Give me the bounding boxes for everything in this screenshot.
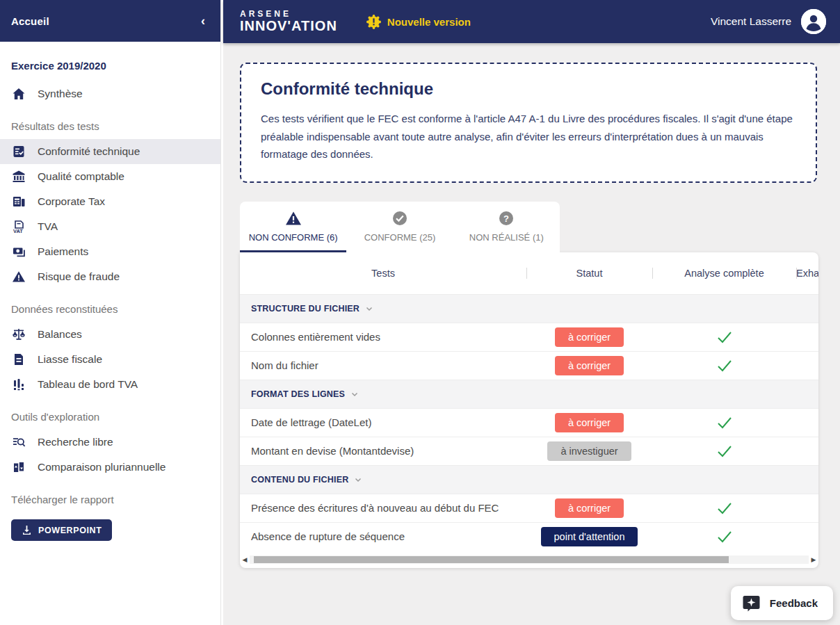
status-badge[interactable]: à corriger bbox=[555, 356, 624, 375]
page-description: Ces tests vérifient que le FEC est confo… bbox=[261, 110, 796, 163]
test-name: Date de lettrage (DateLet) bbox=[240, 416, 526, 428]
powerpoint-download-button[interactable]: POWERPOINT bbox=[11, 519, 112, 541]
table-row[interactable]: Présence des écritures d'à nouveau au dé… bbox=[240, 494, 818, 522]
scrollbar-thumb[interactable] bbox=[254, 556, 729, 563]
column-header-statut: Statut bbox=[526, 268, 652, 279]
group-label: STRUCTURE DU FICHIER bbox=[251, 304, 360, 314]
table-row[interactable]: Montant en devise (Montantdevise) à inve… bbox=[240, 437, 818, 465]
table-row[interactable]: Nom du fichier à corriger bbox=[240, 351, 818, 380]
column-header-analyse-complete: Analyse complète bbox=[652, 268, 796, 279]
status-tabs: NON CONFORME (6) CONFORME (25) ? NON RÉA… bbox=[240, 202, 560, 252]
new-version-label: Nouvelle version bbox=[387, 16, 471, 28]
tab-non-conforme[interactable]: NON CONFORME (6) bbox=[240, 202, 346, 252]
check-icon bbox=[717, 416, 732, 429]
sidebar-item-label: Qualité comptable bbox=[38, 170, 124, 183]
topbar-right: Vincent Lasserre bbox=[711, 9, 826, 34]
tests-table: Tests Statut Analyse complète Exha STRUC… bbox=[240, 252, 818, 568]
svg-text:VAT: VAT bbox=[13, 228, 23, 234]
arsene-innovation-logo[interactable]: ARSENE INNOV'ATION bbox=[240, 10, 337, 33]
sidebar-item-corporate-tax[interactable]: Corporate Tax bbox=[0, 189, 220, 214]
home-link[interactable]: Accueil bbox=[11, 15, 49, 27]
sidebar-item-label: Comparaison pluriannuelle bbox=[38, 461, 165, 473]
bar-chart-icon bbox=[11, 377, 26, 392]
sidebar-item-risque-de-fraude[interactable]: Risque de fraude bbox=[0, 264, 220, 289]
sidebar-item-label: Risque de fraude bbox=[38, 270, 120, 283]
check-icon bbox=[717, 502, 732, 514]
vat-document-icon: VAT bbox=[11, 219, 26, 234]
sidebar-item-synthese[interactable]: Synthèse bbox=[0, 81, 220, 106]
group-header-format-des-lignes[interactable]: FORMAT DES LIGNES bbox=[240, 380, 818, 408]
home-icon bbox=[11, 86, 26, 102]
group-header-structure-du-fichier[interactable]: STRUCTURE DU FICHIER bbox=[240, 294, 818, 323]
user-name: Vincent Lasserre bbox=[711, 15, 791, 28]
sidebar-item-label: Recherche libre bbox=[38, 436, 113, 448]
column-header-tests: Tests bbox=[240, 268, 526, 279]
sidebar-item-comparaison-pluriannuelle[interactable]: Comparaison pluriannuelle bbox=[0, 455, 220, 480]
chevron-left-icon[interactable]: ‹ bbox=[201, 15, 205, 27]
search-lines-icon bbox=[11, 435, 26, 450]
tab-label: NON RÉALISÉ (1) bbox=[458, 232, 556, 243]
sidebar-item-label: Balances bbox=[38, 328, 82, 341]
page-content: Conformité technique Ces tests vérifient… bbox=[223, 43, 840, 625]
question-circle-icon: ? bbox=[458, 210, 556, 227]
tab-non-realise[interactable]: ? NON RÉALISÉ (1) bbox=[453, 202, 560, 252]
status-badge[interactable]: point d'attention bbox=[541, 527, 638, 546]
user-avatar-icon[interactable] bbox=[801, 9, 826, 34]
sidebar-body: Exercice 2019/2020 Synthèse Résultats de… bbox=[0, 42, 220, 625]
banknote-icon bbox=[11, 244, 26, 259]
ledger-icon bbox=[11, 194, 26, 209]
feedback-label: Feedback bbox=[770, 597, 818, 609]
sidebar-item-qualite-comptable[interactable]: Qualité comptable bbox=[0, 164, 220, 189]
powerpoint-button-label: POWERPOINT bbox=[38, 526, 102, 535]
sidebar: Accueil ‹ Exercice 2019/2020 Synthèse Ré… bbox=[0, 0, 221, 625]
feedback-button[interactable]: Feedback bbox=[731, 586, 833, 620]
section-label-donnees: Données reconstituées bbox=[0, 289, 220, 322]
table-row[interactable]: Absence de rupture de séquence point d'a… bbox=[240, 522, 818, 551]
tab-conforme[interactable]: CONFORME (25) bbox=[346, 202, 453, 252]
exercise-label: Exercice 2019/2020 bbox=[0, 54, 220, 81]
horizontal-scrollbar[interactable]: ◀ ▶ bbox=[241, 553, 817, 566]
test-name: Colonnes entièrement vides bbox=[240, 331, 526, 343]
status-badge[interactable]: à corriger bbox=[555, 327, 624, 347]
group-header-contenu-du-fichier[interactable]: CONTENU DU FICHIER bbox=[240, 465, 818, 494]
sidebar-item-label: TVA bbox=[38, 220, 58, 233]
status-badge[interactable]: à corriger bbox=[555, 413, 624, 432]
tab-label: NON CONFORME (6) bbox=[244, 232, 342, 243]
check-icon bbox=[717, 359, 732, 372]
sidebar-item-tva[interactable]: VAT TVA bbox=[0, 214, 220, 239]
check-icon bbox=[717, 445, 732, 457]
sidebar-header: Accueil ‹ bbox=[0, 0, 220, 42]
bank-icon bbox=[11, 169, 26, 184]
status-badge[interactable]: à investiguer bbox=[547, 441, 631, 461]
group-label: CONTENU DU FICHIER bbox=[251, 475, 348, 485]
section-label-telecharger: Télécharger le rapport bbox=[0, 480, 220, 512]
test-name: Montant en devise (Montantdevise) bbox=[240, 445, 526, 457]
status-badge[interactable]: à corriger bbox=[555, 498, 624, 518]
svg-text:?: ? bbox=[503, 213, 509, 224]
section-label-resultats: Résultats des tests bbox=[0, 106, 220, 139]
checklist-icon bbox=[11, 144, 26, 159]
tab-label: CONFORME (25) bbox=[350, 232, 449, 243]
logo-line2: INNOV'ATION bbox=[240, 19, 337, 33]
sparkle-bubble-icon bbox=[742, 594, 761, 612]
sidebar-item-label: Conformité technique bbox=[38, 145, 140, 158]
table-row[interactable]: Colonnes entièrement vides à corriger bbox=[240, 323, 818, 351]
sidebar-item-liasse-fiscale[interactable]: Liasse fiscale bbox=[0, 347, 220, 372]
sidebar-item-tableau-de-bord-tva[interactable]: Tableau de bord TVA bbox=[0, 372, 220, 397]
table-header: Tests Statut Analyse complète Exha bbox=[240, 252, 818, 294]
test-name: Absence de rupture de séquence bbox=[240, 530, 526, 542]
scroll-left-arrow[interactable]: ◀ bbox=[241, 553, 248, 566]
scrollbar-track[interactable] bbox=[250, 555, 809, 564]
sidebar-item-conformite-technique[interactable]: Conformité technique bbox=[0, 139, 220, 164]
check-circle-icon bbox=[350, 210, 449, 227]
sidebar-item-recherche-libre[interactable]: Recherche libre bbox=[0, 430, 220, 455]
scroll-right-arrow[interactable]: ▶ bbox=[810, 553, 817, 566]
sidebar-item-paiements[interactable]: Paiements bbox=[0, 239, 220, 264]
sidebar-item-balances[interactable]: Balances bbox=[0, 322, 220, 347]
logo-line1: ARSENE bbox=[240, 10, 337, 19]
table-row[interactable]: Date de lettrage (DateLet) à corriger bbox=[240, 408, 818, 437]
document-icon bbox=[11, 352, 26, 367]
new-version-badge[interactable]: Nouvelle version bbox=[366, 15, 471, 29]
test-name: Présence des écritures d'à nouveau au dé… bbox=[240, 502, 526, 514]
check-icon bbox=[717, 530, 732, 543]
